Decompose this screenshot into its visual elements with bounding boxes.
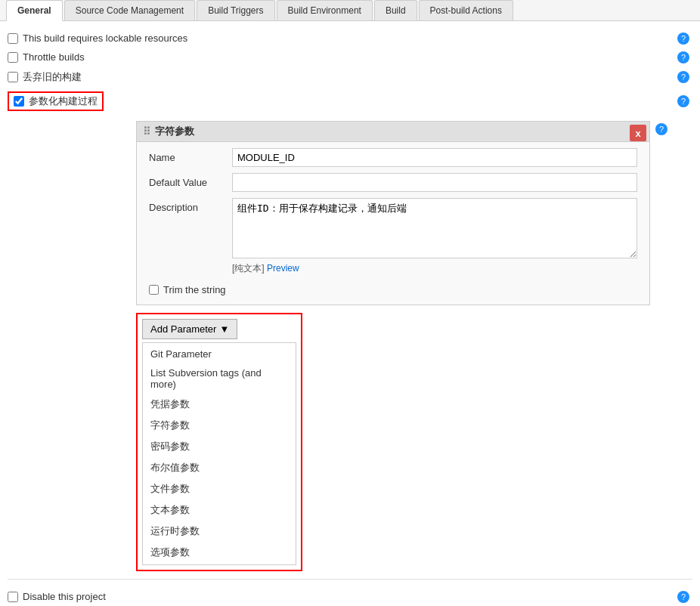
- close-param-button[interactable]: x: [630, 125, 646, 141]
- tab-build-env[interactable]: Build Environment: [277, 0, 373, 20]
- add-param-area: Add Parameter ▼ Git Parameter List Subve…: [136, 313, 302, 571]
- param-card-header: ⠿ 字符参数: [137, 122, 649, 142]
- trim-checkbox[interactable]: [149, 285, 159, 295]
- name-field-input-wrap: [232, 148, 637, 167]
- add-param-arrow-icon: ▼: [219, 323, 229, 335]
- default-field-label: Default Value: [149, 173, 232, 188]
- name-field-row: Name: [149, 148, 637, 167]
- parameterize-label: 参数化构建过程: [29, 94, 98, 108]
- param-card: ⠿ 字符参数 x Name Default Value Description: [136, 121, 650, 305]
- throttle-row: Throttle builds ?: [8, 48, 692, 66]
- lockable-row: This build requires lockable resources ?: [8, 29, 692, 48]
- parameterize-row: 参数化构建过程 ?: [8, 88, 692, 115]
- lockable-checkbox[interactable]: [8, 33, 18, 44]
- tab-general[interactable]: General: [6, 0, 63, 21]
- tabs-bar: General Source Code Management Build Tri…: [0, 0, 700, 21]
- name-input[interactable]: [232, 148, 637, 167]
- tab-build-triggers[interactable]: Build Triggers: [197, 0, 274, 20]
- dropdown-item-boolean[interactable]: 布尔值参数: [143, 457, 296, 478]
- throttle-help-icon[interactable]: ?: [677, 51, 689, 63]
- add-parameter-button[interactable]: Add Parameter ▼: [142, 319, 237, 339]
- preview-link[interactable]: Preview: [267, 263, 299, 274]
- parameterize-help-icon[interactable]: ?: [677, 95, 689, 107]
- discard-help-icon[interactable]: ?: [677, 71, 689, 83]
- disable-project-checkbox[interactable]: [8, 592, 18, 602]
- param-help-icon[interactable]: ?: [655, 123, 667, 135]
- disable-project-help-icon[interactable]: ?: [677, 591, 689, 603]
- default-field-row: Default Value: [149, 173, 637, 192]
- disable-project-row: Disable this project ?: [8, 587, 692, 606]
- dropdown-item-password[interactable]: 密码参数: [143, 436, 296, 457]
- tab-build[interactable]: Build: [374, 0, 417, 20]
- preview-links: [纯文本] Preview: [232, 262, 637, 275]
- add-param-dropdown: Git Parameter List Subversion tags (and …: [142, 342, 296, 565]
- dropdown-item-run[interactable]: 运行时参数: [143, 521, 296, 542]
- trim-row: Trim the string: [149, 281, 637, 298]
- param-card-body: Name Default Value Description 组件ID：用于保存…: [137, 142, 649, 305]
- dropdown-item-file[interactable]: 文件参数: [143, 478, 296, 499]
- parameterize-checkbox[interactable]: [14, 96, 24, 107]
- main-content: This build requires lockable resources ?…: [0, 21, 700, 606]
- disable-project-label: Disable this project: [23, 591, 106, 602]
- discard-label: 丢弃旧的构建: [23, 70, 82, 84]
- trim-label: Trim the string: [163, 284, 226, 295]
- drag-handle-icon[interactable]: ⠿: [143, 125, 150, 138]
- tab-post-build[interactable]: Post-build Actions: [419, 0, 513, 20]
- discard-checkbox[interactable]: [8, 72, 18, 82]
- dropdown-item-subversion[interactable]: List Subversion tags (and more): [143, 363, 296, 394]
- param-card-title: 字符参数: [155, 125, 194, 138]
- throttle-checkbox[interactable]: [8, 52, 18, 63]
- dropdown-item-option[interactable]: 选项参数: [143, 542, 296, 563]
- throttle-label: Throttle builds: [23, 51, 85, 63]
- dropdown-item-string[interactable]: 字符参数: [143, 415, 296, 436]
- description-field-row: Description 组件ID：用于保存构建记录，通知后端 [纯文本] Pre…: [149, 198, 637, 275]
- plain-text-label: [纯文本]: [232, 263, 265, 274]
- dropdown-item-git[interactable]: Git Parameter: [143, 345, 296, 363]
- section-divider: [8, 579, 692, 580]
- description-textarea[interactable]: 组件ID：用于保存构建记录，通知后端: [232, 198, 637, 258]
- tab-scm[interactable]: Source Code Management: [64, 0, 195, 20]
- discard-row: 丢弃旧的构建 ?: [8, 66, 692, 88]
- name-field-label: Name: [149, 148, 232, 163]
- default-input[interactable]: [232, 173, 637, 192]
- lockable-label: This build requires lockable resources: [23, 32, 187, 44]
- dropdown-item-credentials[interactable]: 凭据参数: [143, 394, 296, 415]
- description-field-input-wrap: 组件ID：用于保存构建记录，通知后端 [纯文本] Preview: [232, 198, 637, 275]
- dropdown-item-text[interactable]: 文本参数: [143, 499, 296, 521]
- lower-section: Disable this project ? Execute concurren…: [8, 587, 692, 606]
- lockable-help-icon[interactable]: ?: [677, 32, 689, 45]
- description-field-label: Description: [149, 198, 232, 213]
- default-field-input-wrap: [232, 173, 637, 192]
- add-param-button-label: Add Parameter: [150, 323, 216, 335]
